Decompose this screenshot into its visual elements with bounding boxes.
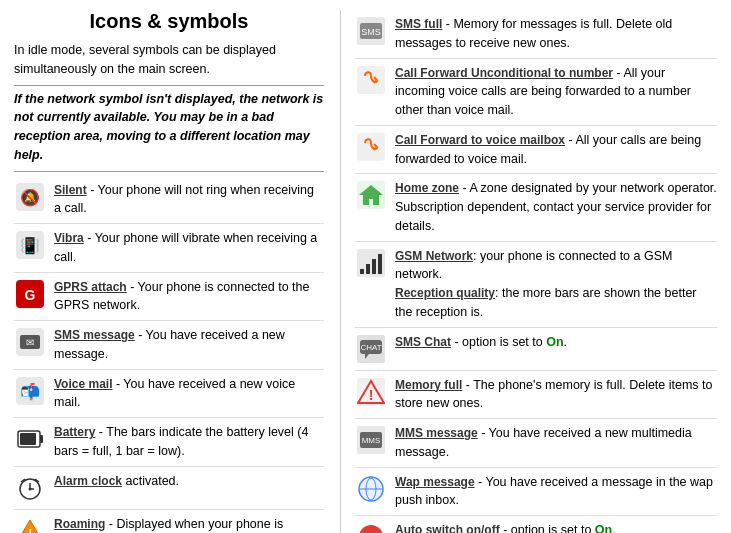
silent-label: Silent [54, 183, 87, 197]
home-zone-label: Home zone [395, 181, 459, 195]
auto-switch-description: - option is set to [500, 523, 595, 533]
left-column: Icons & symbols In idle mode, several sy… [14, 10, 324, 533]
battery-icon [14, 423, 46, 455]
battery-label: Battery [54, 425, 95, 439]
sms-chat-suffix: On [546, 335, 563, 349]
sms-chat-description: - option is set to [451, 335, 546, 349]
sms-message-icon: ✉ [14, 326, 46, 358]
list-item: Call Forward to voice mailbox - All your… [355, 126, 717, 175]
svg-text:MMS: MMS [362, 436, 381, 445]
home-zone-icon [355, 179, 387, 211]
alarm-clock-text: Alarm clock activated. [54, 472, 324, 491]
svg-rect-13 [20, 433, 36, 445]
call-forward-unconditional-icon [355, 64, 387, 96]
home-zone-text: Home zone - A zone designated by your ne… [395, 179, 717, 235]
right-column: SMSSMS full - Memory for messages is ful… [340, 10, 717, 533]
list-item: ✉SMS message - You have received a new m… [14, 321, 324, 370]
roaming-text: Roaming - Displayed when your phone is r… [54, 515, 324, 534]
auto-switch-suffix: On [595, 523, 612, 533]
memory-full-icon: ! [355, 376, 387, 408]
list-item: Home zone - A zone designated by your ne… [355, 174, 717, 241]
call-forward-unconditional-text: Call Forward Unconditional to number - A… [395, 64, 717, 120]
voice-mail-icon: 📬 [14, 375, 46, 407]
auto-switch-text: Auto switch on/off - option is set to On… [395, 521, 717, 533]
call-forward-unconditional-label: Call Forward Unconditional to number [395, 66, 613, 80]
list-item: Alarm clock activated. [14, 467, 324, 510]
gsm-network-label2: Reception quality [395, 286, 495, 300]
list-item: GGPRS attach - Your phone is connected t… [14, 273, 324, 322]
gsm-network-label: GSM Network [395, 249, 473, 263]
silent-icon: 🔕 [14, 181, 46, 213]
svg-text:📬: 📬 [20, 382, 40, 401]
vibra-text: Vibra - Your phone will vibrate when rec… [54, 229, 324, 267]
intro-text: In idle mode, several symbols can be dis… [14, 41, 324, 79]
mms-message-icon: MMS [355, 424, 387, 456]
list-item: Wap message - You have received a messag… [355, 468, 717, 517]
sms-full-label: SMS full [395, 17, 442, 31]
mms-message-text: MMS message - You have received a new mu… [395, 424, 717, 462]
svg-rect-33 [378, 254, 382, 274]
roaming-icon: ! [14, 515, 46, 534]
silent-text: Silent - Your phone will not ring when r… [54, 181, 324, 219]
list-item: Battery - The bars indicate the battery … [14, 418, 324, 467]
list-item: CHATSMS Chat - option is set to On. [355, 328, 717, 371]
svg-text:SMS: SMS [361, 27, 381, 37]
svg-rect-30 [360, 269, 364, 274]
sms-full-text: SMS full - Memory for messages is full. … [395, 15, 717, 53]
sms-full-icon: SMS [355, 15, 387, 47]
list-item: GSM Network: your phone is connected to … [355, 242, 717, 328]
page: Icons & symbols In idle mode, several sy… [0, 0, 731, 533]
divider-warning [14, 171, 324, 172]
svg-text:📳: 📳 [20, 236, 40, 255]
call-forward-voicemail-text: Call Forward to voice mailbox - All your… [395, 131, 717, 169]
list-item: Call Forward Unconditional to number - A… [355, 59, 717, 126]
svg-text:CHAT: CHAT [360, 343, 381, 352]
alarm-clock-label: Alarm clock [54, 474, 122, 488]
wap-message-label: Wap message [395, 475, 475, 489]
left-items-list: 🔕Silent - Your phone will not ring when … [14, 176, 324, 534]
memory-full-label: Memory full [395, 378, 462, 392]
sms-chat-icon: CHAT [355, 333, 387, 365]
alarm-clock-icon [14, 472, 46, 504]
voice-mail-text: Voice mail - You have received a new voi… [54, 375, 324, 413]
call-forward-voicemail-label: Call Forward to voice mailbox [395, 133, 565, 147]
gsm-network-text: GSM Network: your phone is connected to … [395, 247, 717, 322]
list-item: 📬Voice mail - You have received a new vo… [14, 370, 324, 419]
vibra-description: - Your phone will vibrate when receiving… [54, 231, 317, 264]
auto-switch-icon: i [355, 521, 387, 533]
auto-switch-text2: . [612, 523, 615, 533]
list-item: MMSMMS message - You have received a new… [355, 419, 717, 468]
right-items-list: SMSSMS full - Memory for messages is ful… [355, 10, 717, 533]
alarm-clock-description: activated. [122, 474, 179, 488]
sms-chat-text2: . [564, 335, 567, 349]
sms-message-text: SMS message - You have received a new me… [54, 326, 324, 364]
svg-text:🔕: 🔕 [20, 188, 40, 207]
list-item: 📳Vibra - Your phone will vibrate when re… [14, 224, 324, 273]
svg-rect-32 [372, 259, 376, 274]
battery-text: Battery - The bars indicate the battery … [54, 423, 324, 461]
divider-top [14, 85, 324, 86]
memory-full-text: Memory full - The phone's memory is full… [395, 376, 717, 414]
vibra-icon: 📳 [14, 229, 46, 261]
warning-text: If the network symbol isn't displayed, t… [14, 90, 324, 165]
gprs-attach-text: GPRS attach - Your phone is connected to… [54, 278, 324, 316]
gprs-attach-icon: G [14, 278, 46, 310]
list-item: !Roaming - Displayed when your phone is … [14, 510, 324, 534]
auto-switch-label: Auto switch on/off [395, 523, 500, 533]
voice-mail-label: Voice mail [54, 377, 112, 391]
mms-message-label: MMS message [395, 426, 478, 440]
list-item: iAuto switch on/off - option is set to O… [355, 516, 717, 533]
svg-text:✉: ✉ [26, 337, 34, 348]
silent-description: - Your phone will not ring when receivin… [54, 183, 314, 216]
roaming-label: Roaming [54, 517, 105, 531]
svg-text:!: ! [28, 526, 33, 534]
sms-message-label: SMS message [54, 328, 135, 342]
list-item: !Memory full - The phone's memory is ful… [355, 371, 717, 420]
list-item: SMSSMS full - Memory for messages is ful… [355, 10, 717, 59]
sms-chat-label: SMS Chat [395, 335, 451, 349]
list-item: 🔕Silent - Your phone will not ring when … [14, 176, 324, 225]
svg-rect-31 [366, 264, 370, 274]
gprs-attach-label: GPRS attach [54, 280, 127, 294]
svg-text:!: ! [369, 387, 374, 403]
sms-chat-text: SMS Chat - option is set to On. [395, 333, 717, 352]
